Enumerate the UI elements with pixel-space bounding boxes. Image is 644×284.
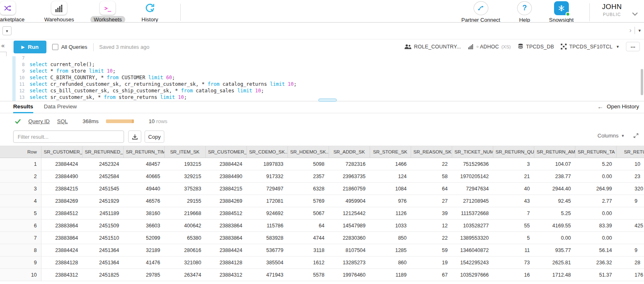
cell[interactable]: 23884128	[41, 257, 82, 269]
code-line[interactable]: 9select * from store limit 10;	[0, 68, 644, 74]
column-header[interactable]: SR_RETURN_AM	[534, 146, 575, 158]
cell[interactable]: 22830360	[329, 232, 370, 244]
cell[interactable]: 976	[370, 195, 411, 207]
cell[interactable]: 263474	[164, 269, 205, 281]
column-header[interactable]: SR_RETUR	[616, 146, 644, 158]
cell[interactable]: 5578	[288, 269, 329, 281]
cell[interactable]: 321080	[164, 257, 205, 269]
more-options-button[interactable]: ...	[626, 42, 640, 51]
cell[interactable]: 1189	[370, 269, 411, 281]
cell[interactable]: 471943	[246, 269, 288, 281]
cell[interactable]: 193215	[164, 158, 205, 170]
code-line[interactable]: 11select cr_refunded_customer_sk, cr_ret…	[0, 81, 644, 87]
cell[interactable]: 4959904	[329, 195, 370, 207]
cell[interactable]: 21860759	[329, 183, 370, 195]
cell[interactable]: 23884512	[41, 207, 82, 220]
cell[interactable]: 1115372668	[452, 207, 493, 220]
database-selector[interactable]: TPCDS_DB	[518, 44, 554, 50]
cell[interactable]: 6328	[288, 183, 329, 195]
column-header[interactable]: SR_STORE_SK	[370, 146, 411, 158]
cell[interactable]: 23884128	[205, 257, 246, 269]
cell[interactable]: 7282316	[329, 158, 370, 170]
cell[interactable]: 2451189	[82, 207, 123, 220]
download-button[interactable]	[128, 131, 141, 143]
cell[interactable]: 1712.48	[534, 269, 575, 281]
cell[interactable]: 56.14	[575, 244, 616, 257]
cell[interactable]: 124	[370, 170, 411, 183]
cell[interactable]: 39	[411, 207, 452, 220]
cell[interactable]: 2452584	[82, 170, 123, 183]
cell[interactable]: 22	[411, 158, 452, 170]
cell[interactable]: 271208945	[452, 195, 493, 207]
column-header[interactable]: SR_RETURNED_	[82, 146, 123, 158]
cell[interactable]: 1542295243	[452, 257, 493, 269]
cell[interactable]: 1970205142	[452, 170, 493, 183]
cell[interactable]: 2451510	[82, 232, 123, 244]
cell[interactable]: 23884424	[205, 244, 246, 257]
cell[interactable]: 21	[493, 170, 534, 183]
cell[interactable]: 36603	[123, 220, 164, 232]
cell[interactable]: 29155	[164, 195, 205, 207]
cell[interactable]: 16	[493, 269, 534, 281]
cell[interactable]: 0.00	[575, 232, 616, 244]
cell[interactable]: 23883864	[41, 220, 82, 232]
cell[interactable]: 280616	[164, 244, 205, 257]
cell[interactable]: 7	[493, 207, 534, 220]
cell[interactable]: 23884269	[41, 195, 82, 207]
column-header[interactable]: SR_RETURN_TA	[575, 146, 616, 158]
cell[interactable]: 5098	[288, 158, 329, 170]
cell[interactable]: 58	[411, 170, 452, 183]
cell[interactable]: 19976460	[329, 269, 370, 281]
open-history-link[interactable]: ← Open History	[597, 103, 639, 110]
cell[interactable]: 425	[616, 220, 644, 232]
cell[interactable]: 5.20	[575, 158, 616, 170]
cell[interactable]: 5067	[288, 207, 329, 220]
cell[interactable]: 9	[616, 244, 644, 257]
cell[interactable]: 0.00	[575, 207, 616, 220]
cell[interactable]: 23883864	[205, 220, 246, 232]
cell[interactable]: 917332	[246, 170, 288, 183]
copy-button[interactable]: Copy	[145, 131, 164, 143]
cell[interactable]: 23884215	[41, 183, 82, 195]
cell[interactable]: 12	[411, 220, 452, 232]
cell[interactable]: 1612	[288, 257, 329, 269]
cell[interactable]: 23884512	[205, 207, 246, 220]
cell[interactable]: 23884424	[41, 158, 82, 170]
cell[interactable]: 40665	[123, 170, 164, 183]
cell[interactable]: 23884424	[205, 158, 246, 170]
cell[interactable]: 59	[411, 244, 452, 257]
code-line[interactable]: 7	[0, 56, 644, 61]
query-id-link[interactable]: Query ID	[28, 118, 50, 124]
cell[interactable]: 1466	[370, 158, 411, 170]
cell[interactable]: 5769	[288, 195, 329, 207]
cell[interactable]: 115786	[246, 220, 288, 232]
cell[interactable]: 13285273	[329, 257, 370, 269]
role-selector[interactable]: ROLE_COUNTRY...	[404, 44, 461, 50]
cell[interactable]: 238.77	[534, 170, 575, 183]
cell[interactable]: 23883864	[41, 232, 82, 244]
cell[interactable]: 2451364	[82, 244, 123, 257]
cell[interactable]: 1033	[370, 220, 411, 232]
cell[interactable]: 9	[616, 195, 644, 207]
cell[interactable]: 172081	[246, 195, 288, 207]
cell[interactable]: 23884312	[41, 269, 82, 281]
cell[interactable]: 67	[411, 269, 452, 281]
column-header[interactable]: SR_RETURN_QU	[493, 146, 534, 158]
cell[interactable]: 92.45	[534, 195, 575, 207]
cell[interactable]: 55	[493, 220, 534, 232]
cell[interactable]: 320	[616, 183, 644, 195]
cell[interactable]	[616, 232, 644, 244]
cell[interactable]: 2451545	[82, 183, 123, 195]
column-header[interactable]: SR_TICKET_NUM	[452, 146, 493, 158]
cell[interactable]: 73	[493, 257, 534, 269]
cell[interactable]: 1897833	[246, 158, 288, 170]
cell[interactable]: 64	[411, 183, 452, 195]
column-header[interactable]: SR_RETURN_TIM	[123, 146, 164, 158]
collapse-sidebar-icon[interactable]: «	[1, 42, 5, 49]
cell[interactable]: 176	[616, 269, 644, 281]
cell[interactable]: 4169.55	[534, 220, 575, 232]
column-header[interactable]: SR_REASON_SK	[411, 146, 452, 158]
cell[interactable]: 64	[288, 220, 329, 232]
cell[interactable]: 729497	[246, 183, 288, 195]
cell[interactable]: 4744	[288, 232, 329, 244]
